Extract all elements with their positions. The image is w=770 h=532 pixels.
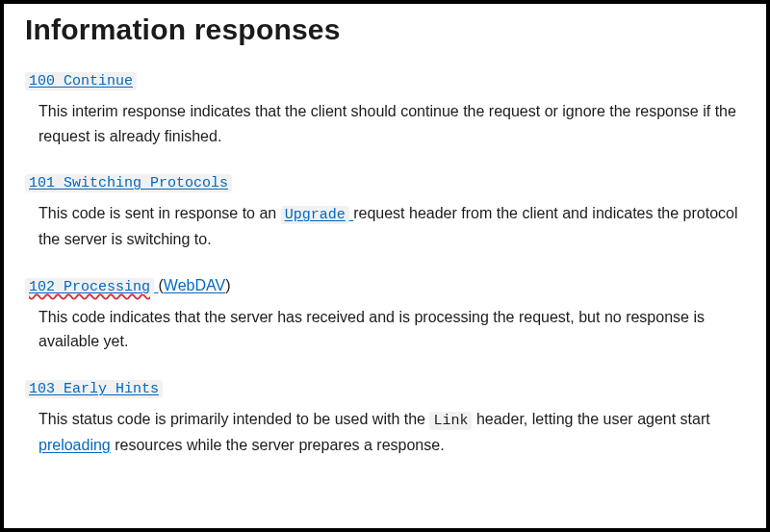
status-code-link[interactable]: 102 Processing: [25, 277, 158, 293]
status-code-link[interactable]: 101 Switching Protocols: [25, 173, 232, 190]
desc-text: resources while the server prepares a re…: [115, 437, 444, 453]
status-code-label: 100 Continue: [25, 72, 137, 90]
status-list: 100 Continue This interim response indic…: [25, 71, 745, 458]
desc-text: This status code is primarily intended t…: [38, 411, 429, 427]
inline-code: Upgrade: [281, 206, 349, 224]
status-term: 100 Continue: [25, 71, 745, 89]
status-code-link[interactable]: 100 Continue: [25, 71, 137, 88]
inline-link[interactable]: preloading: [38, 437, 111, 453]
status-description: This code indicates that the server has …: [38, 305, 745, 354]
status-description: This code is sent in response to an Upgr…: [38, 201, 745, 252]
desc-text: This interim response indicates that the…: [38, 103, 736, 144]
status-code-label: 103 Early Hints: [25, 380, 163, 398]
status-description: This status code is primarily intended t…: [38, 407, 745, 458]
desc-text: header, letting the user agent start: [476, 411, 710, 427]
inline-code-link[interactable]: Upgrade: [281, 205, 353, 221]
document-frame: Information responses 100 Continue This …: [0, 0, 770, 532]
paren-close: ): [225, 277, 230, 293]
section-heading: Information responses: [25, 13, 745, 46]
status-term: 103 Early Hints: [25, 379, 745, 397]
desc-text: This code is sent in response to an: [38, 205, 281, 221]
status-code-label: 101 Switching Protocols: [25, 174, 232, 192]
inline-code: Link: [429, 412, 472, 430]
status-description: This interim response indicates that the…: [38, 99, 745, 148]
status-term: 101 Switching Protocols: [25, 173, 745, 191]
extra-link[interactable]: WebDAV: [164, 277, 225, 293]
status-code-link[interactable]: 103 Early Hints: [25, 379, 163, 395]
status-term: 102 Processing (WebDAV): [25, 277, 745, 295]
status-code-label-deprecated: 102 Processing: [25, 278, 154, 296]
desc-text: This code indicates that the server has …: [38, 309, 705, 350]
